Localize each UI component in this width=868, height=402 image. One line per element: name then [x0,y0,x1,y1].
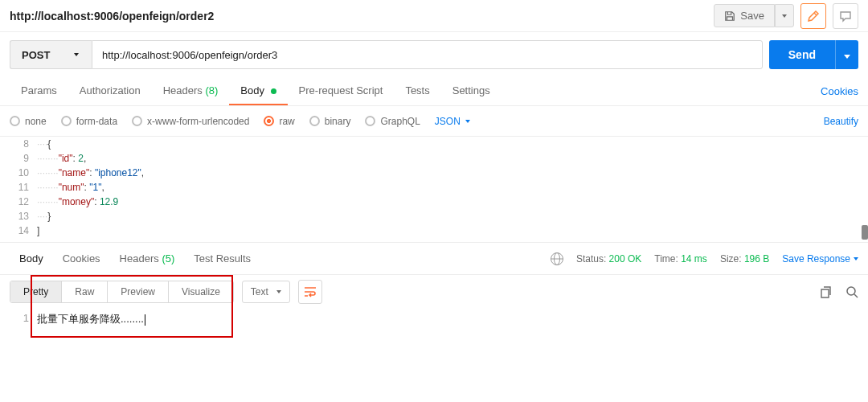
code-content: ········"money": 12.9 [37,195,868,209]
code-line: 8····{ [0,137,868,151]
radio-icon [309,116,320,126]
radio-icon [264,116,274,126]
size-block: Size: 196 B [720,253,769,265]
pencil-icon [807,10,820,23]
headers-count: (8) [205,84,218,96]
resp-tab-body[interactable]: Body [10,248,53,269]
size-value: 196 B [744,253,769,265]
time-block: Time: 14 ms [654,253,707,265]
resp-headers-count: (5) [162,252,174,265]
request-title: http://localhost:9006/openfeign/order2 [10,10,714,23]
request-body-editor[interactable]: 8····{9········"id": 2,10········"name":… [0,137,868,243]
code-content: ····} [37,209,868,224]
save-dropdown[interactable] [775,4,794,27]
send-button-group: Send [769,40,858,69]
edit-button[interactable] [800,3,826,29]
status-value: 200 OK [609,253,642,265]
radio-binary[interactable]: binary [309,116,351,127]
code-line: 14] [0,224,868,238]
svg-point-0 [847,287,855,295]
response-format-select[interactable]: Text [242,281,290,303]
chevron-down-icon [844,55,850,59]
line-number: 9 [0,151,37,166]
view-mode-tabs: Pretty Raw Preview Visualize [10,281,234,303]
modified-dot-icon [271,88,276,94]
line-number: 10 [0,166,37,180]
send-button[interactable]: Send [769,40,835,69]
response-body-editor[interactable]: 1 批量下单服务降级........ [0,309,868,330]
code-content: ····{ [37,137,868,151]
send-dropdown[interactable] [835,40,858,69]
response-action-icons [820,285,858,298]
tab-body[interactable]: Body [229,77,287,105]
wrap-icon [304,286,317,297]
radio-icon [61,116,72,126]
url-input[interactable] [92,40,763,69]
resp-tab-cookies[interactable]: Cookies [53,248,110,269]
response-tabs: Body Cookies Headers (5) Test Results St… [0,243,868,275]
method-select[interactable]: POST [10,40,92,69]
code-line: 11········"num": "1", [0,180,868,195]
chevron-down-icon [782,14,787,18]
radio-icon [132,116,142,126]
radio-icon [10,116,20,126]
header-actions: Save [714,3,858,29]
request-tabs: Params Authorization Headers (8) Body Pr… [0,77,868,106]
resp-tab-headers[interactable]: Headers (5) [110,248,185,269]
tab-prerequest[interactable]: Pre-request Script [288,77,395,105]
line-number: 12 [0,195,37,209]
chevron-down-icon [854,257,858,260]
tab-authorization[interactable]: Authorization [68,77,152,105]
cookies-link[interactable]: Cookies [821,85,858,97]
search-icon[interactable] [845,285,858,298]
save-response-link[interactable]: Save Response [782,253,858,265]
view-visualize[interactable]: Visualize [168,281,233,302]
comment-icon [839,10,852,23]
line-wrap-button[interactable] [298,280,322,304]
response-text: 批量下单服务降级........ [37,312,868,326]
view-raw[interactable]: Raw [61,281,107,302]
view-pretty[interactable]: Pretty [10,281,61,302]
status-block: Status: 200 OK [576,253,641,265]
code-content: ········"num": "1", [37,180,868,195]
body-type-selector: none form-data x-www-form-urlencoded raw… [0,106,868,137]
code-line: 9········"id": 2, [0,151,868,166]
tab-headers[interactable]: Headers (8) [152,77,230,105]
chevron-down-icon [465,120,470,123]
response-line: 1 批量下单服务降级........ [0,309,868,330]
tab-body-label: Body [240,84,264,96]
chevron-down-icon [74,53,79,56]
code-line: 13····} [0,209,868,224]
resp-tab-testresults[interactable]: Test Results [184,248,260,269]
radio-raw[interactable]: raw [264,116,294,127]
copy-icon[interactable] [820,285,833,298]
response-status-area: Status: 200 OK Time: 14 ms Size: 196 B S… [551,252,858,265]
radio-graphql[interactable]: GraphQL [365,116,420,127]
code-content: ········"name": "iphone12", [37,166,868,180]
save-button-group: Save [714,4,794,27]
save-button[interactable]: Save [714,4,775,27]
line-number: 8 [0,137,37,151]
tab-params[interactable]: Params [10,77,68,105]
beautify-link[interactable]: Beautify [824,116,858,127]
radio-form-data[interactable]: form-data [61,116,117,127]
scrollbar-thumb[interactable] [862,225,868,240]
content-type-select[interactable]: JSON [435,116,470,127]
save-label: Save [740,10,764,22]
code-line: 10········"name": "iphone12", [0,166,868,180]
comment-button[interactable] [833,3,858,29]
tab-settings[interactable]: Settings [441,77,502,105]
view-preview[interactable]: Preview [107,281,168,302]
radio-icon [365,116,375,126]
tab-tests[interactable]: Tests [394,77,440,105]
line-number: 1 [0,312,37,326]
request-url-bar: POST Send [0,32,868,77]
radio-none[interactable]: none [10,116,47,127]
radio-urlencoded[interactable]: x-www-form-urlencoded [132,116,249,127]
code-line: 12········"money": 12.9 [0,195,868,209]
response-view-controls: Pretty Raw Preview Visualize Text [0,275,868,309]
save-icon [724,10,735,22]
chevron-down-icon [276,290,281,293]
code-content: ········"id": 2, [37,151,868,166]
globe-icon[interactable] [551,252,563,265]
